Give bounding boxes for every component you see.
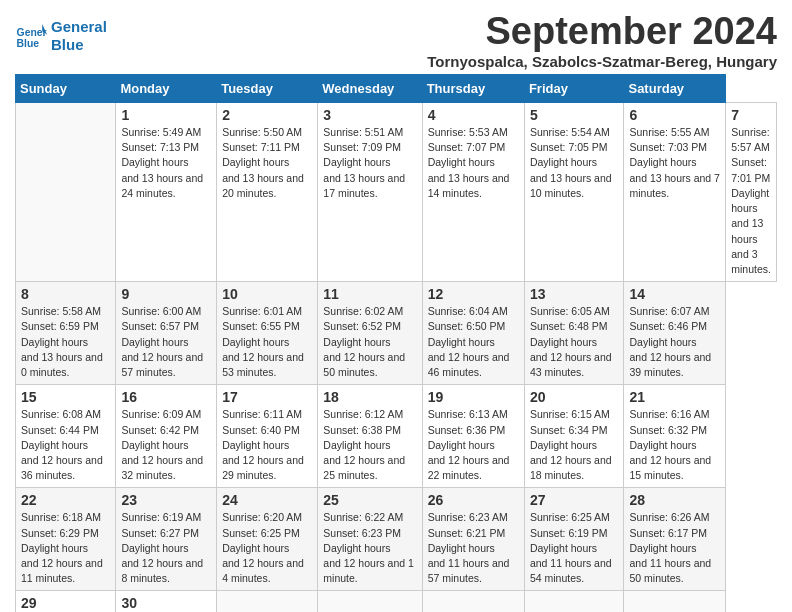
calendar-body: 1Sunrise: 5:49 AMSunset: 7:13 PMDaylight…: [16, 103, 777, 613]
day-info: Sunrise: 6:02 AMSunset: 6:52 PMDaylight …: [323, 304, 416, 380]
calendar-day-cell: 25Sunrise: 6:22 AMSunset: 6:23 PMDayligh…: [318, 488, 422, 591]
logo: General Blue GeneralBlue: [15, 18, 107, 54]
calendar-day-cell: 15Sunrise: 6:08 AMSunset: 6:44 PMDayligh…: [16, 385, 116, 488]
day-info: Sunrise: 6:18 AMSunset: 6:29 PMDaylight …: [21, 510, 110, 586]
day-number: 11: [323, 286, 416, 302]
day-info: Sunrise: 5:51 AMSunset: 7:09 PMDaylight …: [323, 125, 416, 201]
calendar-week-row: 1Sunrise: 5:49 AMSunset: 7:13 PMDaylight…: [16, 103, 777, 282]
weekday-header-cell: Saturday: [624, 75, 726, 103]
calendar-day-cell: 30Sunrise: 6:29 AMSunset: 6:13 PMDayligh…: [116, 591, 217, 612]
calendar-day-cell: 29Sunrise: 6:27 AMSunset: 6:15 PMDayligh…: [16, 591, 116, 612]
calendar-day-cell: 8Sunrise: 5:58 AMSunset: 6:59 PMDaylight…: [16, 282, 116, 385]
day-info: Sunrise: 5:54 AMSunset: 7:05 PMDaylight …: [530, 125, 619, 201]
day-info: Sunrise: 6:01 AMSunset: 6:55 PMDaylight …: [222, 304, 312, 380]
day-info: Sunrise: 6:12 AMSunset: 6:38 PMDaylight …: [323, 407, 416, 483]
day-info: Sunrise: 6:08 AMSunset: 6:44 PMDaylight …: [21, 407, 110, 483]
month-title: September 2024: [427, 10, 777, 53]
calendar-day-cell: 10Sunrise: 6:01 AMSunset: 6:55 PMDayligh…: [217, 282, 318, 385]
day-info: Sunrise: 6:05 AMSunset: 6:48 PMDaylight …: [530, 304, 619, 380]
calendar-day-cell: 24Sunrise: 6:20 AMSunset: 6:25 PMDayligh…: [217, 488, 318, 591]
day-number: 15: [21, 389, 110, 405]
day-number: 10: [222, 286, 312, 302]
calendar-day-cell: 23Sunrise: 6:19 AMSunset: 6:27 PMDayligh…: [116, 488, 217, 591]
title-area: September 2024 Tornyospalca, Szabolcs-Sz…: [427, 10, 777, 70]
day-info: Sunrise: 5:50 AMSunset: 7:11 PMDaylight …: [222, 125, 312, 201]
day-info: Sunrise: 6:26 AMSunset: 6:17 PMDaylight …: [629, 510, 720, 586]
calendar-day-cell: 17Sunrise: 6:11 AMSunset: 6:40 PMDayligh…: [217, 385, 318, 488]
calendar-day-cell: [318, 591, 422, 612]
calendar-day-cell: 7Sunrise: 5:57 AMSunset: 7:01 PMDaylight…: [726, 103, 777, 282]
calendar-day-cell: [16, 103, 116, 282]
logo-text: GeneralBlue: [51, 18, 107, 54]
day-info: Sunrise: 5:58 AMSunset: 6:59 PMDaylight …: [21, 304, 110, 380]
day-number: 7: [731, 107, 771, 123]
day-info: Sunrise: 5:49 AMSunset: 7:13 PMDaylight …: [121, 125, 211, 201]
day-info: Sunrise: 6:19 AMSunset: 6:27 PMDaylight …: [121, 510, 211, 586]
day-number: 24: [222, 492, 312, 508]
day-info: Sunrise: 5:53 AMSunset: 7:07 PMDaylight …: [428, 125, 519, 201]
calendar-table: SundayMondayTuesdayWednesdayThursdayFrid…: [15, 74, 777, 612]
logo-icon: General Blue: [15, 20, 47, 52]
day-info: Sunrise: 6:11 AMSunset: 6:40 PMDaylight …: [222, 407, 312, 483]
calendar-day-cell: [217, 591, 318, 612]
day-number: 28: [629, 492, 720, 508]
day-number: 1: [121, 107, 211, 123]
day-info: Sunrise: 6:09 AMSunset: 6:42 PMDaylight …: [121, 407, 211, 483]
day-number: 30: [121, 595, 211, 611]
weekday-header-cell: Thursday: [422, 75, 524, 103]
day-number: 25: [323, 492, 416, 508]
day-number: 4: [428, 107, 519, 123]
calendar-day-cell: 19Sunrise: 6:13 AMSunset: 6:36 PMDayligh…: [422, 385, 524, 488]
day-number: 8: [21, 286, 110, 302]
calendar-day-cell: 11Sunrise: 6:02 AMSunset: 6:52 PMDayligh…: [318, 282, 422, 385]
calendar-day-cell: [422, 591, 524, 612]
calendar-week-row: 15Sunrise: 6:08 AMSunset: 6:44 PMDayligh…: [16, 385, 777, 488]
calendar-day-cell: 9Sunrise: 6:00 AMSunset: 6:57 PMDaylight…: [116, 282, 217, 385]
day-info: Sunrise: 5:55 AMSunset: 7:03 PMDaylight …: [629, 125, 720, 201]
calendar-day-cell: 16Sunrise: 6:09 AMSunset: 6:42 PMDayligh…: [116, 385, 217, 488]
day-number: 14: [629, 286, 720, 302]
calendar-day-cell: 6Sunrise: 5:55 AMSunset: 7:03 PMDaylight…: [624, 103, 726, 282]
calendar-week-row: 29Sunrise: 6:27 AMSunset: 6:15 PMDayligh…: [16, 591, 777, 612]
day-info: Sunrise: 6:15 AMSunset: 6:34 PMDaylight …: [530, 407, 619, 483]
calendar-day-cell: 26Sunrise: 6:23 AMSunset: 6:21 PMDayligh…: [422, 488, 524, 591]
day-number: 16: [121, 389, 211, 405]
day-number: 9: [121, 286, 211, 302]
day-info: Sunrise: 5:57 AMSunset: 7:01 PMDaylight …: [731, 125, 771, 277]
calendar-day-cell: [624, 591, 726, 612]
day-info: Sunrise: 6:00 AMSunset: 6:57 PMDaylight …: [121, 304, 211, 380]
day-number: 13: [530, 286, 619, 302]
location-subtitle: Tornyospalca, Szabolcs-Szatmar-Bereg, Hu…: [427, 53, 777, 70]
day-info: Sunrise: 6:23 AMSunset: 6:21 PMDaylight …: [428, 510, 519, 586]
svg-text:Blue: Blue: [17, 38, 40, 49]
day-number: 27: [530, 492, 619, 508]
day-number: 23: [121, 492, 211, 508]
calendar-day-cell: 4Sunrise: 5:53 AMSunset: 7:07 PMDaylight…: [422, 103, 524, 282]
calendar-day-cell: 14Sunrise: 6:07 AMSunset: 6:46 PMDayligh…: [624, 282, 726, 385]
day-number: 29: [21, 595, 110, 611]
calendar-day-cell: [524, 591, 624, 612]
day-info: Sunrise: 6:16 AMSunset: 6:32 PMDaylight …: [629, 407, 720, 483]
day-number: 20: [530, 389, 619, 405]
day-number: 21: [629, 389, 720, 405]
day-number: 3: [323, 107, 416, 123]
header: General Blue GeneralBlue September 2024 …: [15, 10, 777, 70]
calendar-day-cell: 28Sunrise: 6:26 AMSunset: 6:17 PMDayligh…: [624, 488, 726, 591]
day-info: Sunrise: 6:20 AMSunset: 6:25 PMDaylight …: [222, 510, 312, 586]
calendar-day-cell: 12Sunrise: 6:04 AMSunset: 6:50 PMDayligh…: [422, 282, 524, 385]
weekday-header-row: SundayMondayTuesdayWednesdayThursdayFrid…: [16, 75, 777, 103]
day-number: 19: [428, 389, 519, 405]
weekday-header-cell: Wednesday: [318, 75, 422, 103]
day-number: 6: [629, 107, 720, 123]
weekday-header-cell: Tuesday: [217, 75, 318, 103]
day-number: 5: [530, 107, 619, 123]
calendar-week-row: 8Sunrise: 5:58 AMSunset: 6:59 PMDaylight…: [16, 282, 777, 385]
day-number: 17: [222, 389, 312, 405]
day-info: Sunrise: 6:22 AMSunset: 6:23 PMDaylight …: [323, 510, 416, 586]
calendar-day-cell: 13Sunrise: 6:05 AMSunset: 6:48 PMDayligh…: [524, 282, 624, 385]
day-number: 26: [428, 492, 519, 508]
day-number: 2: [222, 107, 312, 123]
day-number: 18: [323, 389, 416, 405]
day-number: 22: [21, 492, 110, 508]
weekday-header-cell: Monday: [116, 75, 217, 103]
